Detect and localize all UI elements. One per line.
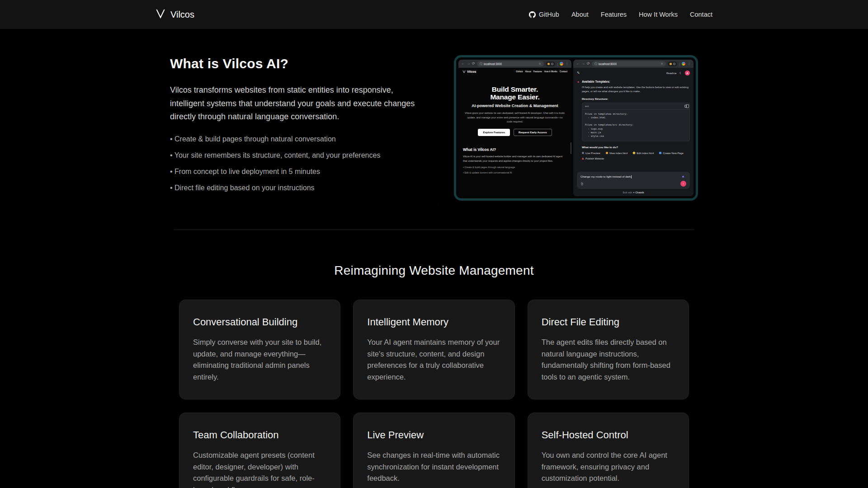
forward-icon: → [581,62,585,66]
attachment-paperclip-icon [580,182,584,186]
chrome-profile-avatar [560,62,563,66]
what-is-vilcos-section: What is Vilcos AI? Vilcos transforms web… [0,29,868,230]
view-index-action: View index.html [606,152,628,155]
chainlit-footer: Built with ✦ Chainlit [577,189,690,195]
feature-card-live-preview: Live Preview See changes in real-time wi… [353,413,514,488]
url-text: localhost:8000 [599,62,617,66]
menu-kebab-icon: ⋮ [565,62,569,66]
browser-chrome: ← → ⟳ ⓘ localhost:8000 ☆ | ⋮ [573,60,693,68]
vilcos-v-icon [156,9,165,21]
rocket-icon [582,157,584,160]
chainlit-logo-icon: ✦ [633,191,635,194]
feature-card-conversational-building: Conversational Building Simply converse … [179,300,340,399]
chat-input-text: Change my mode to light instead of dark [580,175,686,178]
mini-section-title: What is Vilcos AI? [463,147,567,152]
url-text: localhost:3000 [484,62,502,66]
action-buttons: Live Preview View index.html Edit index.… [582,152,690,160]
hero-title: What is Vilcos AI? [170,56,427,71]
mini-section-description: Vilcos AI is your self-hosted website bu… [463,155,567,163]
pencil-icon [632,151,636,155]
mini-vilcos-logo: Vilcos [462,70,476,73]
card-body: See changes in real-time with automatic … [367,450,500,484]
screenshot-browser-right: ← → ⟳ ⓘ localhost:8000 ☆ | ⋮ ✎ [573,60,693,196]
mini-nav-links: GitHubAboutFeaturesHow It WorksContact [516,70,567,73]
browser-chrome: ← → ⟳ ⓘ localhost:3000 ☆ | ⋮ [458,60,571,68]
feature-card-team-collaboration: Team Collaboration Customizable agent pr… [179,413,340,488]
feature-card-direct-file-editing: Direct File Editing The agent edits file… [528,300,689,399]
mini-request-access-button: Request Early Access [514,129,552,136]
profile-dot-icon [670,63,672,65]
nav-link-github[interactable]: GitHub [529,11,559,18]
card-title: Self-Hosted Control [542,429,675,441]
mini-headline: Build Smarter. Manage Easier. [458,86,571,101]
github-icon [529,11,536,18]
message-body: I'll help you create and edit website te… [582,85,690,94]
card-title: Live Preview [367,429,500,441]
eye-icon [582,152,584,154]
incognito-icon [673,63,675,65]
back-icon: ← [576,62,580,66]
bookmark-star-icon: ☆ [538,62,541,66]
chrome-profile-avatar [682,62,685,66]
text-caret [631,175,632,178]
nav-link-how-it-works[interactable]: How It Works [639,11,678,18]
card-body: The agent edits files directly based on … [542,337,675,383]
vilcos-logo[interactable]: Vilcos [156,9,194,21]
incognito-icon [551,63,553,65]
prompt-question: What would you like to do? [582,145,690,149]
site-info-icon: ⓘ [480,62,482,65]
logo-text: Vilcos [170,9,194,20]
extensions-pill [668,61,677,66]
mini-explore-features-button: Explore Features [478,129,510,136]
edit-index-action: Edit index.html [633,152,654,155]
screenshot-browser-left: ← → ⟳ ⓘ localhost:3000 ☆ | ⋮ [458,60,571,196]
url-bar: ⓘ localhost:3000 ☆ [477,61,544,66]
features-section-title: Reimagining Website Management [0,263,868,278]
card-body: Customizable agent presets (content edit… [193,450,326,488]
features-section: Reimagining Website Management Conversat… [0,230,868,488]
feature-card-self-hosted-control: Self-Hosted Control You own and control … [528,413,689,488]
site-info-icon: ⓘ [594,62,597,65]
send-button: ↑ [680,181,686,187]
chat-input-box: Change my mode to light instead of dark … [577,172,690,189]
bookmark-star-icon: ☆ [660,62,663,66]
card-title: Team Collaboration [193,429,326,441]
card-body: Your AI agent maintains memory of your s… [367,337,500,383]
live-preview-action: Live Preview [582,152,600,155]
create-page-action: Create New Page [659,152,684,155]
top-navbar: Vilcos GitHub About Features How It Work… [0,0,868,29]
hero-bullet: Direct file editing based on your instru… [170,183,427,193]
globe-icon [606,152,608,154]
card-title: Intelligent Memory [367,316,500,328]
new-chat-icon: ✎ [577,71,580,75]
url-bar: ⓘ localhost:8000 ☆ [592,61,666,66]
mini-scrollbar [571,142,571,154]
hero-bullet-list: Create & build pages through natural con… [170,135,427,192]
profile-dot-icon [547,63,550,65]
user-avatar: A [685,70,690,75]
hero-bullet: Your site remembers its structure, conte… [170,151,427,160]
card-title: Conversational Building [193,316,326,328]
nav-links: GitHub About Features How It Works Conta… [529,11,712,18]
hero-bullet: Create & build pages through natural con… [170,135,427,144]
nav-link-features[interactable]: Features [601,11,627,18]
code-language-label: text [585,105,589,108]
card-body: Simply converse with your site to build,… [193,337,326,383]
directory-structure-label: Directory Structure: [582,97,690,100]
copy-icon [684,105,687,108]
readme-link: Readme [666,72,677,75]
feature-card-intelligent-memory: Intelligent Memory Your AI agent maintai… [353,300,514,399]
extensions-pill [546,61,555,66]
dark-mode-moon-icon: ☾ [679,71,682,75]
mini-marketing-page: Vilcos GitHubAboutFeaturesHow It WorksCo… [458,68,571,196]
refresh-icon: ⟳ [472,62,475,66]
nav-link-about[interactable]: About [571,11,589,18]
mini-description: Vilcos gives your website its own dedica… [465,111,566,124]
forward-icon: → [467,62,470,66]
refresh-icon: ⟳ [587,62,590,66]
back-icon: ← [461,62,465,66]
page-icon [659,152,661,154]
menu-kebab-icon: ⋮ [687,62,691,66]
feature-cards-grid: Conversational Building Simply converse … [179,300,689,488]
nav-link-contact[interactable]: Contact [690,11,712,18]
